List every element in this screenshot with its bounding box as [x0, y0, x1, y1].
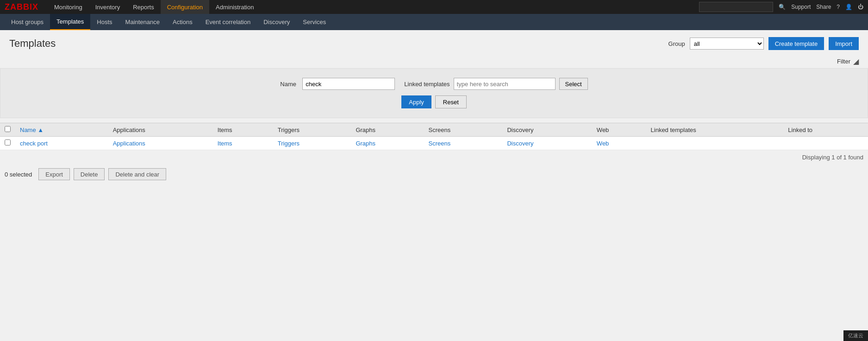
nav-administration[interactable]: Administration: [209, 0, 260, 14]
group-label: Group: [668, 40, 685, 47]
filter-label: Filter: [837, 58, 850, 65]
template-name-link[interactable]: check port: [20, 140, 48, 147]
nav-event-correlation[interactable]: Event correlation: [199, 14, 257, 30]
help-icon[interactable]: ?: [837, 4, 840, 10]
nav-actions[interactable]: Actions: [166, 14, 199, 30]
table-cell-graphs: Graphs: [351, 137, 424, 150]
table-header-web: Web: [592, 123, 646, 137]
table-header-linked-templates: Linked templates: [646, 123, 784, 137]
global-search-input[interactable]: [699, 2, 773, 12]
bottom-actions: 0 selected Export Delete Delete and clea…: [0, 164, 868, 184]
filter-buttons: Apply Reset: [10, 95, 858, 108]
table-header-row: Name ▲ Applications Items Triggers Graph…: [0, 123, 868, 137]
nav-host-groups[interactable]: Host groups: [5, 14, 50, 30]
user-icon[interactable]: 👤: [845, 4, 852, 10]
template-screens-link[interactable]: Screens: [429, 140, 451, 147]
support-link[interactable]: Support: [791, 4, 811, 10]
template-triggers-link[interactable]: Triggers: [278, 140, 300, 147]
select-all-checkbox[interactable]: [5, 126, 11, 132]
filter-linked-templates-label: Linked templates: [404, 81, 450, 88]
table-header-items: Items: [213, 123, 273, 137]
table-header-checkbox: [0, 123, 15, 137]
top-nav-right: 🔍 Support Share ? 👤 ⏻: [699, 2, 863, 12]
share-link[interactable]: Share: [816, 4, 831, 10]
template-web-link[interactable]: Web: [597, 140, 609, 147]
filter-name-input[interactable]: [302, 78, 395, 90]
nav-hosts[interactable]: Hosts: [90, 14, 119, 30]
group-select[interactable]: all: [690, 38, 764, 50]
table-header-applications: Applications: [108, 123, 213, 137]
nav-monitoring[interactable]: Monitoring: [48, 0, 89, 14]
filter-icon[interactable]: ◢: [853, 57, 859, 66]
table-header-linked-to: Linked to: [783, 123, 868, 137]
template-items-link[interactable]: Items: [218, 140, 232, 147]
table-cell-name: check port: [15, 137, 108, 150]
page-title: Templates: [9, 38, 56, 50]
table-cell-screens: Screens: [424, 137, 503, 150]
top-navigation: ZABBIX Monitoring Inventory Reports Conf…: [0, 0, 868, 14]
page-header-right: Group all Create template Import: [668, 37, 859, 50]
table-cell-triggers: Triggers: [273, 137, 351, 150]
filter-linked-templates-field: Linked templates Select: [404, 78, 587, 90]
top-nav-items: Monitoring Inventory Reports Configurati…: [48, 0, 699, 14]
main-content: Templates Group all Create template Impo…: [0, 30, 868, 184]
table-cell-items: Items: [213, 137, 273, 150]
delete-button[interactable]: Delete: [74, 168, 105, 180]
templates-table-container: Name ▲ Applications Items Triggers Graph…: [0, 123, 868, 150]
table-header-name-link[interactable]: Name ▲: [20, 126, 44, 133]
selected-count: 0 selected: [5, 171, 32, 178]
nav-reports[interactable]: Reports: [126, 0, 161, 14]
table-header-triggers: Triggers: [273, 123, 351, 137]
nav-maintenance[interactable]: Maintenance: [119, 14, 166, 30]
export-button[interactable]: Export: [38, 168, 70, 180]
filter-row-1: Name Linked templates Select: [10, 78, 858, 90]
nav-inventory[interactable]: Inventory: [89, 0, 126, 14]
table-cell-discovery: Discovery: [502, 137, 592, 150]
logo: ZABBIX: [5, 2, 38, 12]
import-button[interactable]: Import: [829, 37, 859, 50]
create-template-button[interactable]: Create template: [768, 37, 824, 50]
table-row: check port Applications Items Triggers G…: [0, 137, 868, 150]
table-cell-applications: Applications: [108, 137, 213, 150]
delete-clear-button[interactable]: Delete and clear: [108, 168, 166, 180]
table-header-graphs: Graphs: [351, 123, 424, 137]
status-bar: Displaying 1 of 1 found: [0, 150, 868, 164]
table-header-discovery: Discovery: [502, 123, 592, 137]
filter-name-label: Name: [280, 81, 299, 88]
nav-discovery[interactable]: Discovery: [257, 14, 296, 30]
templates-table: Name ▲ Applications Items Triggers Graph…: [0, 123, 868, 150]
search-icon[interactable]: 🔍: [779, 4, 786, 10]
nav-templates[interactable]: Templates: [50, 14, 90, 30]
filter-apply-button[interactable]: Apply: [401, 95, 431, 108]
page-header: Templates Group all Create template Impo…: [0, 30, 868, 55]
template-discovery-link[interactable]: Discovery: [507, 140, 533, 147]
filter-linked-templates-input[interactable]: [454, 78, 556, 90]
template-applications-link[interactable]: Applications: [113, 140, 145, 147]
table-cell-web: Web: [592, 137, 646, 150]
displaying-status: Displaying 1 of 1 found: [802, 154, 863, 161]
table-cell-linked-templates: [646, 137, 784, 150]
table-header-name[interactable]: Name ▲: [15, 123, 108, 137]
second-navigation: Host groups Templates Hosts Maintenance …: [0, 14, 868, 30]
nav-configuration[interactable]: Configuration: [161, 0, 209, 14]
template-graphs-link[interactable]: Graphs: [356, 140, 375, 147]
row-checkbox[interactable]: [5, 139, 11, 145]
filter-reset-button[interactable]: Reset: [435, 95, 467, 108]
table-header-screens: Screens: [424, 123, 503, 137]
table-cell-checkbox: [0, 137, 15, 150]
filter-bar: Filter ◢: [0, 55, 868, 68]
filter-name-field: Name: [280, 78, 395, 90]
table-cell-linked-to: [783, 137, 868, 150]
power-icon[interactable]: ⏻: [858, 4, 863, 10]
nav-services[interactable]: Services: [296, 14, 332, 30]
filter-form: Name Linked templates Select Apply Reset: [0, 68, 868, 118]
filter-select-button[interactable]: Select: [559, 78, 588, 90]
